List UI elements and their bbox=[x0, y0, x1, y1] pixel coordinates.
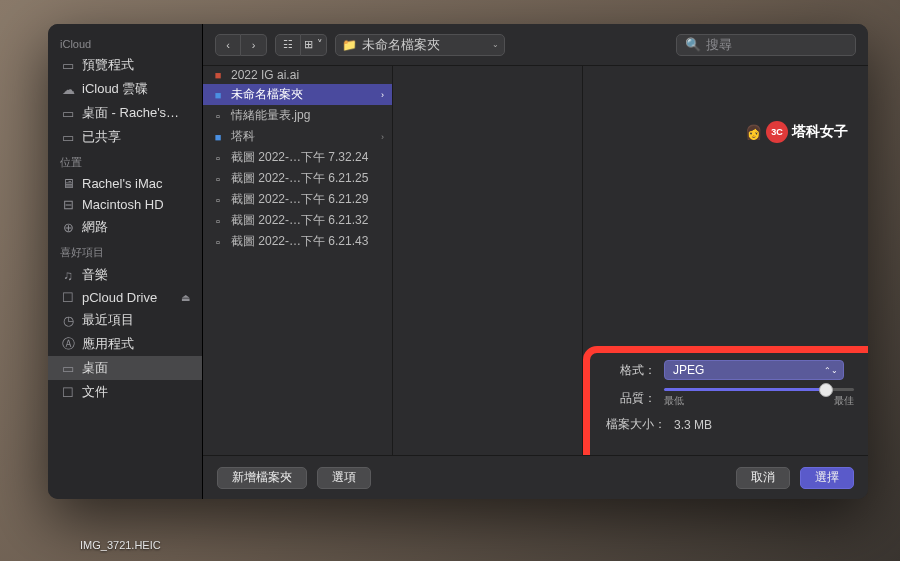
chevron-updown-icon: ⌃⌄ bbox=[824, 366, 838, 375]
image-file-icon: ▫ bbox=[211, 110, 225, 122]
file-name: 情緒能量表.jpg bbox=[231, 107, 310, 124]
choose-button[interactable]: 選擇 bbox=[800, 467, 854, 489]
file-row[interactable]: ▫截圖 2022-…下午 6.21.43 bbox=[203, 231, 392, 252]
quality-slider[interactable] bbox=[664, 388, 854, 391]
filesize-value: 3.3 MB bbox=[674, 418, 712, 432]
path-label: 未命名檔案夾 bbox=[362, 36, 440, 54]
chevron-left-icon: ‹ bbox=[226, 39, 230, 51]
sidebar-item-preview[interactable]: ▭預覽程式 bbox=[48, 53, 202, 77]
sidebar-item-shared[interactable]: ▭已共享 bbox=[48, 125, 202, 149]
file-name: 截圖 2022-…下午 6.21.43 bbox=[231, 233, 368, 250]
options-button[interactable]: 選項 bbox=[317, 467, 371, 489]
sidebar-item-applications[interactable]: Ⓐ應用程式 bbox=[48, 332, 202, 356]
file-row[interactable]: ▫截圖 2022-…下午 7.32.24 bbox=[203, 147, 392, 168]
file-row[interactable]: ▫情緒能量表.jpg bbox=[203, 105, 392, 126]
eject-icon[interactable]: ⏏ bbox=[181, 292, 190, 303]
sidebar-item-music[interactable]: ♫音樂 bbox=[48, 263, 202, 287]
apps-icon: Ⓐ bbox=[60, 335, 76, 353]
image-file-icon: ▫ bbox=[211, 215, 225, 227]
sidebar-section-favorites: 喜好項目 bbox=[48, 239, 202, 263]
sidebar-item-label: 音樂 bbox=[82, 266, 108, 284]
quality-min-label: 最低 bbox=[664, 394, 684, 408]
image-file-icon: ▫ bbox=[211, 152, 225, 164]
view-columns-button[interactable]: ☷ bbox=[275, 34, 301, 56]
sidebar: iCloud ▭預覽程式 ☁iCloud 雲碟 ▭桌面 - Rache's… ▭… bbox=[48, 24, 203, 499]
sidebar-item-documents[interactable]: ☐文件 bbox=[48, 380, 202, 404]
sidebar-item-pcloud[interactable]: ☐pCloud Drive⏏ bbox=[48, 287, 202, 308]
nav-buttons: ‹ › bbox=[215, 34, 267, 56]
sidebar-item-label: 文件 bbox=[82, 383, 108, 401]
view-grid-button[interactable]: ⊞ ˅ bbox=[301, 34, 327, 56]
file-row[interactable]: ■未命名檔案夾› bbox=[203, 84, 392, 105]
sidebar-item-label: pCloud Drive bbox=[82, 290, 157, 305]
ai-file-icon: ■ bbox=[211, 69, 225, 81]
disk-icon: ⊟ bbox=[60, 197, 76, 212]
export-options-panel: 格式： JPEG ⌃⌄ 品質： 最低 bbox=[583, 346, 868, 455]
back-button[interactable]: ‹ bbox=[215, 34, 241, 56]
shared-icon: ▭ bbox=[60, 130, 76, 145]
chevron-right-icon: › bbox=[252, 39, 256, 51]
sidebar-item-macintosh-hd[interactable]: ⊟Macintosh HD bbox=[48, 194, 202, 215]
folder-icon: ■ bbox=[211, 89, 225, 101]
folder-icon: ■ bbox=[211, 131, 225, 143]
sidebar-item-desktop[interactable]: ▭桌面 bbox=[48, 356, 202, 380]
quality-max-label: 最佳 bbox=[834, 394, 854, 408]
sidebar-item-imac[interactable]: 🖥Rachel's iMac bbox=[48, 173, 202, 194]
file-row[interactable]: ▫截圖 2022-…下午 6.21.29 bbox=[203, 189, 392, 210]
sidebar-item-label: iCloud 雲碟 bbox=[82, 80, 148, 98]
save-dialog: iCloud ▭預覽程式 ☁iCloud 雲碟 ▭桌面 - Rache's… ▭… bbox=[48, 24, 868, 499]
path-dropdown[interactable]: 📁 未命名檔案夾 ⌄ bbox=[335, 34, 505, 56]
dialog-footer: 新增檔案夾 選項 取消 選擇 bbox=[203, 455, 868, 499]
file-row[interactable]: ■2022 IG ai.ai bbox=[203, 66, 392, 84]
file-name: 截圖 2022-…下午 7.32.24 bbox=[231, 149, 368, 166]
file-name: 截圖 2022-…下午 6.21.25 bbox=[231, 170, 368, 187]
format-dropdown[interactable]: JPEG ⌃⌄ bbox=[664, 360, 844, 380]
quality-label: 品質： bbox=[601, 390, 656, 407]
sidebar-item-label: 預覽程式 bbox=[82, 56, 134, 74]
doc-icon: ☐ bbox=[60, 290, 76, 305]
sidebar-item-network[interactable]: ⊕網路 bbox=[48, 215, 202, 239]
new-folder-button[interactable]: 新增檔案夾 bbox=[217, 467, 307, 489]
sidebar-item-label: 已共享 bbox=[82, 128, 121, 146]
file-name: 截圖 2022-…下午 6.21.29 bbox=[231, 191, 368, 208]
sidebar-item-icloud-drive[interactable]: ☁iCloud 雲碟 bbox=[48, 77, 202, 101]
background-thumbnail-label: IMG_3721.HEIC bbox=[80, 539, 161, 551]
slider-thumb[interactable] bbox=[819, 383, 833, 397]
search-icon: 🔍 bbox=[685, 37, 701, 52]
watermark-badge: 3C bbox=[766, 121, 788, 143]
sidebar-section-icloud: iCloud bbox=[48, 32, 202, 53]
format-label: 格式： bbox=[601, 362, 656, 379]
main-panel: ‹ › ☷ ⊞ ˅ 📁 未命名檔案夾 ⌄ 🔍 搜尋 bbox=[203, 24, 868, 499]
sidebar-item-label: Macintosh HD bbox=[82, 197, 164, 212]
image-file-icon: ▫ bbox=[211, 236, 225, 248]
network-icon: ⊕ bbox=[60, 220, 76, 235]
sidebar-item-recent[interactable]: ◷最近項目 bbox=[48, 308, 202, 332]
column-2[interactable] bbox=[393, 66, 583, 455]
file-name: 2022 IG ai.ai bbox=[231, 68, 299, 82]
image-file-icon: ▫ bbox=[211, 194, 225, 206]
sidebar-item-label: 應用程式 bbox=[82, 335, 134, 353]
sidebar-item-desktop-icloud[interactable]: ▭桌面 - Rache's… bbox=[48, 101, 202, 125]
folder-icon: ▭ bbox=[60, 58, 76, 73]
sidebar-item-label: 最近項目 bbox=[82, 311, 134, 329]
chevron-right-icon: › bbox=[381, 132, 384, 142]
file-row[interactable]: ▫截圖 2022-…下午 6.21.25 bbox=[203, 168, 392, 189]
search-field[interactable]: 🔍 搜尋 bbox=[676, 34, 856, 56]
forward-button[interactable]: › bbox=[241, 34, 267, 56]
file-row[interactable]: ■塔科› bbox=[203, 126, 392, 147]
cancel-button[interactable]: 取消 bbox=[736, 467, 790, 489]
cloud-icon: ☁ bbox=[60, 82, 76, 97]
grid-icon: ⊞ ˅ bbox=[304, 38, 322, 51]
watermark: 👩 3C 塔科女子 bbox=[745, 121, 848, 143]
sidebar-item-label: 桌面 - Rache's… bbox=[82, 104, 179, 122]
file-row[interactable]: ▫截圖 2022-…下午 6.21.32 bbox=[203, 210, 392, 231]
folder-icon: 📁 bbox=[342, 38, 357, 52]
column-1[interactable]: ■2022 IG ai.ai ■未命名檔案夾› ▫情緒能量表.jpg ■塔科› … bbox=[203, 66, 393, 455]
sidebar-item-label: 網路 bbox=[82, 218, 108, 236]
search-placeholder: 搜尋 bbox=[706, 36, 732, 54]
imac-icon: 🖥 bbox=[60, 176, 76, 191]
sidebar-item-label: Rachel's iMac bbox=[82, 176, 163, 191]
sidebar-item-label: 桌面 bbox=[82, 359, 108, 377]
image-file-icon: ▫ bbox=[211, 173, 225, 185]
file-name: 截圖 2022-…下午 6.21.32 bbox=[231, 212, 368, 229]
